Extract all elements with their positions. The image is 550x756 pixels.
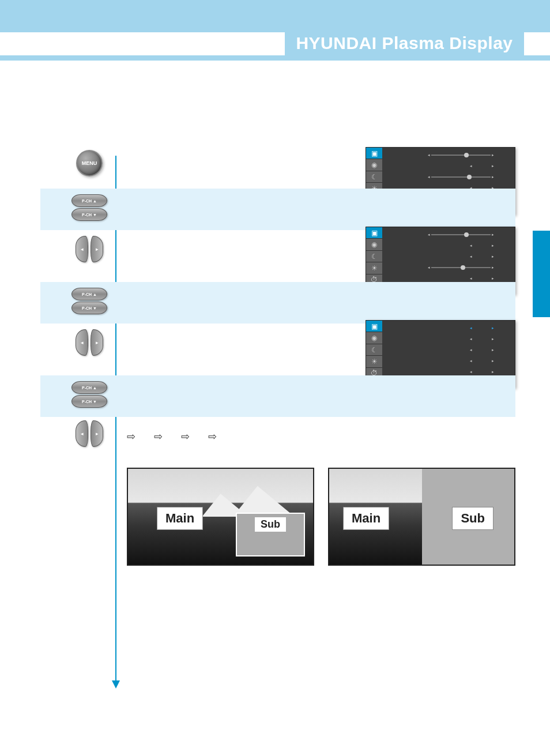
- osd-icon[interactable]: ☾: [366, 344, 382, 356]
- right-button[interactable]: ▸: [91, 236, 103, 262]
- step-menu: MENU ▣ ◉ ☾ ☀ ⏱ ◂▸ ◂▸ ◂▸ ◂▸ ◂▸: [40, 147, 515, 189]
- osd-icon[interactable]: ☾: [366, 171, 382, 183]
- osd-icon-column: ▣ ◉ ☾ ☀ ⏱: [366, 227, 382, 286]
- step-pch-2: P-CH ▲ P-CH ▼: [40, 282, 515, 324]
- step-lr-sequence: ◂ ▸ ⇨ ⇨ ⇨ ⇨: [40, 417, 515, 456]
- right-button[interactable]: ▸: [91, 329, 103, 356]
- main-label: Main: [343, 507, 389, 530]
- sequence-arrow-icon: ⇨: [208, 430, 217, 443]
- osd-row[interactable]: ◂▸: [386, 345, 511, 356]
- osd-icon[interactable]: ◉: [366, 159, 382, 171]
- pch-buttons: P-CH ▲ P-CH ▼: [66, 288, 112, 314]
- brand-title: HYUNDAI Plasma Display: [285, 27, 524, 60]
- osd-icon[interactable]: ☀: [366, 262, 382, 274]
- left-button[interactable]: ◂: [76, 236, 88, 262]
- lr-buttons: ◂ ▸: [66, 420, 112, 447]
- sub-label: Sub: [452, 507, 494, 530]
- osd-rows: ◂▸ ◂▸ ◂▸ ◂▸ ◂▸: [382, 227, 515, 286]
- sequence-arrows: ⇨ ⇨ ⇨ ⇨: [127, 425, 515, 448]
- osd-body: ▣ ◉ ☾ ☀ ⏱ ◂▸ ◂▸ ◂▸ ◂▸ ◂▸: [366, 227, 515, 286]
- sequence-arrow-icon: ⇨: [127, 430, 135, 443]
- right-button[interactable]: ▸: [91, 420, 103, 447]
- osd-icon[interactable]: ▣: [366, 321, 382, 332]
- sequence-arrow-icon: ⇨: [181, 430, 190, 443]
- osd-icon[interactable]: ☾: [366, 251, 382, 262]
- pch-up-button[interactable]: P-CH ▲: [71, 194, 107, 207]
- osd-icon[interactable]: ▣: [366, 148, 382, 159]
- preview-pip: Main Sub: [127, 468, 314, 566]
- menu-button-wrap: MENU: [66, 150, 112, 176]
- pip-sub-window: Sub: [236, 513, 305, 556]
- osd-row[interactable]: ◂▸: [386, 334, 511, 345]
- step-lr-2: ◂ ▸ ▣ ◉ ☾ ☀ ⏱ ◂▸ ◂▸ ◂▸ ◂▸ ◂▸: [40, 324, 515, 375]
- main-label: Main: [157, 507, 203, 530]
- osd-row[interactable]: ◂▸: [386, 262, 511, 273]
- osd-body: ▣ ◉ ☾ ☀ ⏱ ◂▸ ◂▸ ◂▸ ◂▸ ◂▸: [366, 321, 515, 379]
- preview-row: Main Sub Main Sub: [127, 468, 515, 566]
- menu-button[interactable]: MENU: [76, 150, 103, 176]
- pch-buttons: P-CH ▲ P-CH ▼: [66, 194, 112, 221]
- sub-label: Sub: [255, 517, 286, 532]
- osd-icon[interactable]: ▣: [366, 227, 382, 239]
- pch-down-button[interactable]: P-CH ▼: [71, 208, 107, 221]
- osd-row[interactable]: ◂▸: [386, 355, 511, 366]
- osd-row[interactable]: ◂▸: [386, 172, 511, 183]
- osd-row[interactable]: ◂▸: [386, 323, 511, 334]
- step-pch-1: P-CH ▲ P-CH ▼: [40, 189, 515, 230]
- lr-buttons: ◂ ▸: [66, 236, 112, 262]
- osd-row[interactable]: ◂▸: [386, 230, 511, 240]
- osd-row[interactable]: ◂▸: [386, 161, 511, 172]
- sequence-arrow-icon: ⇨: [154, 430, 163, 443]
- header-banner: HYUNDAI Plasma Display: [0, 0, 550, 61]
- section-side-tab: [533, 231, 550, 317]
- pch-buttons: P-CH ▲ P-CH ▼: [66, 381, 112, 408]
- left-button[interactable]: ◂: [76, 420, 88, 447]
- osd-rows: ◂▸ ◂▸ ◂▸ ◂▸ ◂▸: [382, 321, 515, 379]
- pch-down-button[interactable]: P-CH ▼: [71, 302, 107, 314]
- content-area: MENU ▣ ◉ ☾ ☀ ⏱ ◂▸ ◂▸ ◂▸ ◂▸ ◂▸: [40, 147, 515, 566]
- flow-arrow-icon: [112, 680, 120, 689]
- pch-up-button[interactable]: P-CH ▲: [71, 288, 107, 300]
- step-pch-3: P-CH ▲ P-CH ▼: [40, 375, 515, 417]
- osd-row[interactable]: ◂▸: [386, 150, 511, 161]
- osd-row[interactable]: ◂▸: [386, 240, 511, 251]
- pch-up-button[interactable]: P-CH ▲: [71, 381, 107, 394]
- osd-icon-column: ▣ ◉ ☾ ☀ ⏱: [366, 321, 382, 379]
- osd-row[interactable]: ◂▸: [386, 251, 511, 262]
- step-lr-1: ◂ ▸ ▣ ◉ ☾ ☀ ⏱ ◂▸ ◂▸ ◂▸ ◂▸ ◂▸: [40, 230, 515, 282]
- osd-icon[interactable]: ◉: [366, 239, 382, 250]
- pch-down-button[interactable]: P-CH ▼: [71, 395, 107, 408]
- osd-icon[interactable]: ◉: [366, 332, 382, 344]
- left-button[interactable]: ◂: [76, 329, 88, 356]
- osd-icon[interactable]: ☀: [366, 356, 382, 367]
- preview-split: Main Sub: [328, 468, 515, 566]
- lr-buttons: ◂ ▸: [66, 329, 112, 356]
